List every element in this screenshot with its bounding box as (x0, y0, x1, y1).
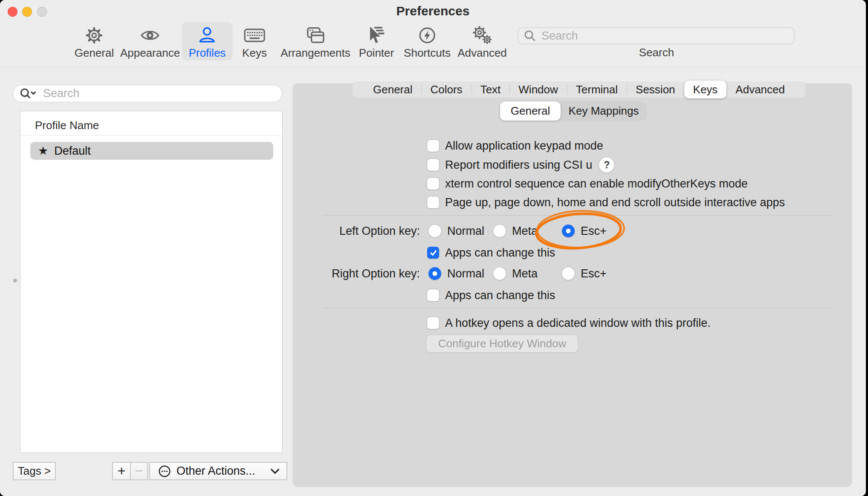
radio-label: Esc+ (581, 267, 607, 280)
radio-button[interactable] (493, 267, 506, 280)
cursor-icon (366, 25, 387, 46)
radio-right-esc: Esc+ (562, 265, 607, 282)
checkbox-row: Allow application keypad mode (427, 137, 603, 154)
checkbox-label: Apps can change this (445, 289, 555, 302)
radio-label: Normal (447, 267, 484, 280)
tab-colors[interactable]: Colors (421, 81, 471, 98)
keyboard-icon (243, 25, 266, 46)
gears-icon (472, 25, 493, 46)
star-icon: ★ (38, 144, 48, 158)
subtab-general[interactable]: General (500, 101, 561, 121)
right-option-key-label: Right Option key: (292, 265, 420, 282)
toolbar-divider (0, 67, 866, 67)
toolbar-search-field[interactable] (518, 27, 795, 44)
checkbox-row: Page up, page down, home and end scroll … (427, 194, 785, 211)
left-option-key-label: Left Option key: (292, 222, 420, 239)
checkbox-right-apps-can-change[interactable] (427, 289, 439, 301)
radio-button[interactable] (428, 225, 441, 237)
ellipsis-circle-icon (158, 464, 171, 478)
other-actions-label: Other Actions... (176, 464, 255, 478)
profile-search-input[interactable] (42, 87, 278, 101)
checkbox-label: Page up, page down, home and end scroll … (445, 196, 785, 209)
checkbox-row: Apps can change this (427, 244, 555, 261)
checkbox-label: xterm control sequence can enable modify… (445, 177, 748, 190)
radio-label: Meta (512, 225, 538, 238)
checkbox-row: Apps can change this (427, 287, 555, 304)
toolbar-item-profiles[interactable]: Profiles (182, 22, 233, 61)
checkbox-allow-keypad-mode[interactable] (427, 140, 439, 152)
tab-text[interactable]: Text (472, 81, 510, 98)
tab-terminal[interactable]: Terminal (567, 81, 627, 98)
toolbar-search-input[interactable] (541, 29, 789, 43)
profile-name: Default (54, 144, 91, 158)
tab-advanced[interactable]: Advanced (726, 81, 794, 98)
search-menu-icon (19, 87, 39, 101)
checkbox-hotkey-window[interactable] (427, 317, 439, 329)
chevron-down-icon (270, 468, 280, 474)
divider (20, 135, 282, 136)
profile-search-field[interactable] (13, 85, 282, 102)
tab-session[interactable]: Session (627, 81, 684, 98)
toolbar-label: Appearance (120, 46, 180, 60)
toolbar-search-caption: Search (639, 46, 674, 59)
divider (323, 308, 831, 308)
checkbox-row: Report modifiers using CSI u ? (427, 156, 614, 173)
keys-subtab-bar: General Key Mappings (500, 101, 647, 121)
eye-icon (139, 25, 161, 46)
close-button[interactable] (8, 7, 17, 17)
radio-label: Esc+ (581, 225, 607, 238)
zoom-button[interactable] (37, 7, 47, 17)
radio-left-normal: Normal (428, 222, 484, 239)
toolbar-item-arrangements[interactable]: Arrangements (274, 22, 357, 61)
toolbar-label: Arrangements (281, 46, 350, 60)
tab-window[interactable]: Window (509, 81, 567, 98)
check-icon (429, 249, 437, 257)
profile-list-header: Profile Name (20, 111, 282, 132)
person-icon (197, 25, 217, 46)
minimize-button[interactable] (22, 7, 32, 17)
toolbar-label: Shortcuts (404, 46, 451, 60)
preferences-window: Preferences General Appearance (0, 0, 866, 496)
profile-row-default[interactable]: ★ Default (30, 142, 273, 160)
checkbox-report-csi-u[interactable] (427, 159, 439, 171)
subtab-key-mappings[interactable]: Key Mappings (561, 101, 647, 121)
toolbar-item-shortcuts[interactable]: Shortcuts (397, 22, 457, 61)
search-icon (524, 29, 536, 42)
checkbox-xterm-modifyotherkeys[interactable] (427, 178, 439, 190)
toolbar-item-advanced[interactable]: Advanced (451, 22, 514, 61)
radio-label: Normal (447, 225, 484, 238)
gear-icon (84, 25, 104, 46)
add-profile-button[interactable]: + (112, 462, 131, 480)
radio-button[interactable] (562, 225, 575, 237)
toolbar-item-general[interactable]: General (68, 22, 121, 61)
toolbar-item-keys[interactable]: Keys (235, 22, 274, 61)
toolbar-label: Pointer (359, 46, 394, 60)
radio-button[interactable] (562, 267, 575, 280)
radio-button[interactable] (493, 225, 506, 237)
bolt-circle-icon (417, 25, 437, 46)
checkbox-label: Apps can change this (445, 246, 555, 260)
tags-button[interactable]: Tags > (13, 462, 56, 480)
checkbox-label: A hotkey opens a dedicated window with t… (445, 317, 711, 330)
toolbar-item-appearance[interactable]: Appearance (113, 22, 187, 61)
checkbox-left-apps-can-change[interactable] (427, 247, 439, 259)
help-button[interactable]: ? (599, 157, 614, 173)
radio-label: Meta (512, 267, 538, 280)
tab-keys[interactable]: Keys (684, 81, 727, 98)
toolbar-label: Keys (242, 46, 267, 60)
tab-general[interactable]: General (364, 81, 422, 98)
configure-hotkey-window-button[interactable]: Configure Hotkey Window (426, 335, 578, 352)
windows-icon (304, 25, 327, 46)
checkbox-row: A hotkey opens a dedicated window with t… (427, 314, 711, 332)
other-actions-dropdown[interactable]: Other Actions... (149, 462, 287, 480)
window-edge-dot (13, 279, 17, 283)
toolbar-label: General (75, 46, 114, 60)
toolbar-label: Advanced (457, 46, 507, 60)
remove-profile-button[interactable]: − (130, 462, 148, 480)
checkbox-page-scroll-outside-apps[interactable] (427, 196, 439, 208)
checkbox-label: Allow application keypad mode (445, 139, 603, 153)
radio-right-normal: Normal (428, 265, 484, 282)
toolbar-item-pointer[interactable]: Pointer (352, 22, 401, 61)
radio-button[interactable] (428, 267, 441, 280)
window-title: Preferences (0, 4, 866, 18)
